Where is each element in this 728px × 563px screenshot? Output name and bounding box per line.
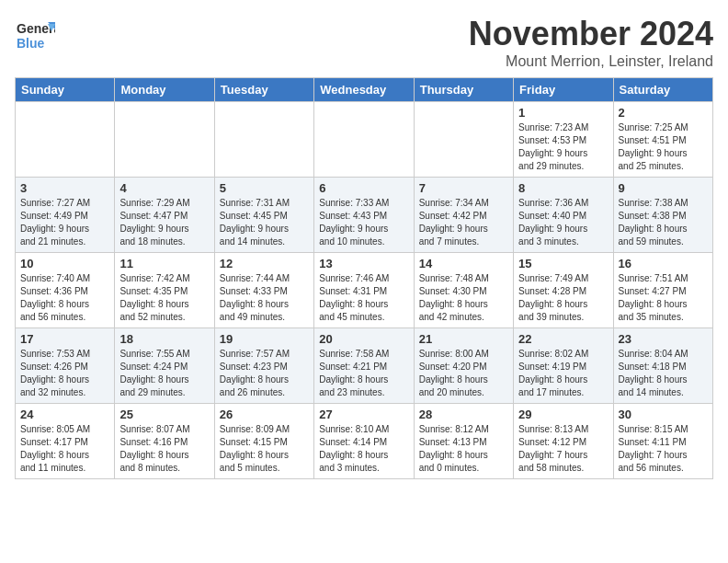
calendar-cell: 13Sunrise: 7:46 AM Sunset: 4:31 PM Dayli… bbox=[314, 253, 414, 328]
day-number: 11 bbox=[119, 257, 209, 270]
weekday-header-wednesday: Wednesday bbox=[314, 78, 414, 102]
day-info: Sunrise: 7:31 AM Sunset: 4:45 PM Dayligh… bbox=[220, 197, 309, 248]
day-number: 30 bbox=[619, 408, 708, 421]
day-info: Sunrise: 7:25 AM Sunset: 4:51 PM Dayligh… bbox=[619, 121, 708, 173]
calendar-cell bbox=[214, 102, 313, 178]
day-info: Sunrise: 7:29 AM Sunset: 4:47 PM Dayligh… bbox=[119, 197, 209, 248]
day-number: 10 bbox=[20, 257, 109, 270]
calendar-cell: 15Sunrise: 7:49 AM Sunset: 4:28 PM Dayli… bbox=[514, 253, 613, 328]
day-info: Sunrise: 8:05 AM Sunset: 4:17 PM Dayligh… bbox=[20, 423, 109, 475]
day-number: 1 bbox=[518, 106, 608, 120]
day-info: Sunrise: 8:15 AM Sunset: 4:11 PM Dayligh… bbox=[619, 423, 708, 475]
day-info: Sunrise: 8:00 AM Sunset: 4:20 PM Dayligh… bbox=[419, 348, 508, 399]
calendar-table: SundayMondayTuesdayWednesdayThursdayFrid… bbox=[15, 77, 713, 479]
calendar-cell: 4Sunrise: 7:29 AM Sunset: 4:47 PM Daylig… bbox=[115, 178, 214, 253]
day-number: 24 bbox=[20, 408, 109, 421]
weekday-header-friday: Friday bbox=[514, 78, 613, 102]
day-info: Sunrise: 7:33 AM Sunset: 4:43 PM Dayligh… bbox=[319, 197, 408, 248]
calendar-cell: 17Sunrise: 7:53 AM Sunset: 4:26 PM Dayli… bbox=[16, 328, 115, 404]
day-info: Sunrise: 7:51 AM Sunset: 4:27 PM Dayligh… bbox=[619, 272, 708, 324]
day-number: 5 bbox=[220, 181, 309, 195]
day-number: 25 bbox=[119, 408, 209, 421]
day-number: 20 bbox=[319, 332, 408, 346]
calendar-cell: 23Sunrise: 8:04 AM Sunset: 4:18 PM Dayli… bbox=[613, 328, 712, 404]
day-info: Sunrise: 7:40 AM Sunset: 4:36 PM Dayligh… bbox=[20, 272, 109, 324]
calendar-cell: 22Sunrise: 8:02 AM Sunset: 4:19 PM Dayli… bbox=[514, 328, 613, 404]
day-info: Sunrise: 7:55 AM Sunset: 4:24 PM Dayligh… bbox=[119, 348, 209, 399]
day-info: Sunrise: 7:27 AM Sunset: 4:49 PM Dayligh… bbox=[20, 197, 109, 248]
calendar-cell: 5Sunrise: 7:31 AM Sunset: 4:45 PM Daylig… bbox=[214, 178, 313, 253]
day-info: Sunrise: 8:07 AM Sunset: 4:16 PM Dayligh… bbox=[119, 423, 209, 475]
calendar-cell: 30Sunrise: 8:15 AM Sunset: 4:11 PM Dayli… bbox=[613, 404, 712, 479]
calendar-cell: 21Sunrise: 8:00 AM Sunset: 4:20 PM Dayli… bbox=[414, 328, 513, 404]
day-number: 22 bbox=[518, 332, 608, 346]
calendar-cell: 14Sunrise: 7:48 AM Sunset: 4:30 PM Dayli… bbox=[414, 253, 513, 328]
calendar-cell: 7Sunrise: 7:34 AM Sunset: 4:42 PM Daylig… bbox=[414, 178, 513, 253]
day-number: 2 bbox=[619, 106, 708, 120]
day-info: Sunrise: 7:23 AM Sunset: 4:53 PM Dayligh… bbox=[518, 121, 608, 173]
day-info: Sunrise: 7:38 AM Sunset: 4:38 PM Dayligh… bbox=[619, 197, 708, 248]
day-info: Sunrise: 8:10 AM Sunset: 4:14 PM Dayligh… bbox=[319, 423, 408, 475]
day-number: 26 bbox=[220, 408, 309, 421]
calendar-cell: 9Sunrise: 7:38 AM Sunset: 4:38 PM Daylig… bbox=[613, 178, 712, 253]
day-number: 4 bbox=[119, 181, 209, 195]
calendar-cell bbox=[314, 102, 414, 178]
day-number: 28 bbox=[419, 408, 508, 421]
calendar-cell: 12Sunrise: 7:44 AM Sunset: 4:33 PM Dayli… bbox=[214, 253, 313, 328]
day-info: Sunrise: 7:44 AM Sunset: 4:33 PM Dayligh… bbox=[220, 272, 309, 324]
calendar-cell: 28Sunrise: 8:12 AM Sunset: 4:13 PM Dayli… bbox=[414, 404, 513, 479]
day-info: Sunrise: 7:46 AM Sunset: 4:31 PM Dayligh… bbox=[319, 272, 408, 324]
day-number: 14 bbox=[419, 257, 508, 270]
calendar-cell: 16Sunrise: 7:51 AM Sunset: 4:27 PM Dayli… bbox=[613, 253, 712, 328]
day-info: Sunrise: 8:09 AM Sunset: 4:15 PM Dayligh… bbox=[220, 423, 309, 475]
day-info: Sunrise: 8:12 AM Sunset: 4:13 PM Dayligh… bbox=[419, 423, 508, 475]
day-info: Sunrise: 8:04 AM Sunset: 4:18 PM Dayligh… bbox=[619, 348, 708, 399]
calendar-cell bbox=[16, 102, 115, 178]
day-info: Sunrise: 7:53 AM Sunset: 4:26 PM Dayligh… bbox=[20, 348, 109, 399]
day-number: 27 bbox=[319, 408, 408, 421]
calendar-cell: 3Sunrise: 7:27 AM Sunset: 4:49 PM Daylig… bbox=[16, 178, 115, 253]
calendar-cell: 26Sunrise: 8:09 AM Sunset: 4:15 PM Dayli… bbox=[214, 404, 313, 479]
calendar-cell: 6Sunrise: 7:33 AM Sunset: 4:43 PM Daylig… bbox=[314, 178, 414, 253]
day-number: 18 bbox=[119, 332, 209, 346]
calendar-cell bbox=[414, 102, 513, 178]
day-info: Sunrise: 7:42 AM Sunset: 4:35 PM Dayligh… bbox=[119, 272, 209, 324]
calendar-cell: 1Sunrise: 7:23 AM Sunset: 4:53 PM Daylig… bbox=[514, 102, 613, 178]
calendar-week-5: 24Sunrise: 8:05 AM Sunset: 4:17 PM Dayli… bbox=[16, 404, 713, 479]
day-number: 29 bbox=[518, 408, 608, 421]
logo: General Blue bbox=[15, 15, 55, 55]
calendar-cell: 11Sunrise: 7:42 AM Sunset: 4:35 PM Dayli… bbox=[115, 253, 214, 328]
day-number: 16 bbox=[619, 257, 708, 270]
weekday-header-sunday: Sunday bbox=[16, 78, 115, 102]
calendar-cell: 27Sunrise: 8:10 AM Sunset: 4:14 PM Dayli… bbox=[314, 404, 414, 479]
day-number: 6 bbox=[319, 181, 408, 195]
calendar-cell bbox=[115, 102, 214, 178]
header-row: SundayMondayTuesdayWednesdayThursdayFrid… bbox=[16, 78, 713, 102]
day-number: 17 bbox=[20, 332, 109, 346]
calendar-week-4: 17Sunrise: 7:53 AM Sunset: 4:26 PM Dayli… bbox=[16, 328, 713, 404]
calendar-cell: 20Sunrise: 7:58 AM Sunset: 4:21 PM Dayli… bbox=[314, 328, 414, 404]
calendar-cell: 19Sunrise: 7:57 AM Sunset: 4:23 PM Dayli… bbox=[214, 328, 313, 404]
calendar-cell: 25Sunrise: 8:07 AM Sunset: 4:16 PM Dayli… bbox=[115, 404, 214, 479]
day-number: 13 bbox=[319, 257, 408, 270]
month-title: November 2024 bbox=[469, 15, 713, 53]
calendar-week-2: 3Sunrise: 7:27 AM Sunset: 4:49 PM Daylig… bbox=[16, 178, 713, 253]
page-header: General Blue November 2024 Mount Merrion… bbox=[15, 15, 713, 70]
calendar-cell: 10Sunrise: 7:40 AM Sunset: 4:36 PM Dayli… bbox=[16, 253, 115, 328]
day-number: 23 bbox=[619, 332, 708, 346]
day-info: Sunrise: 8:13 AM Sunset: 4:12 PM Dayligh… bbox=[518, 423, 608, 475]
location: Mount Merrion, Leinster, Ireland bbox=[469, 53, 713, 70]
day-info: Sunrise: 7:49 AM Sunset: 4:28 PM Dayligh… bbox=[518, 272, 608, 324]
day-number: 8 bbox=[518, 181, 608, 195]
day-info: Sunrise: 7:57 AM Sunset: 4:23 PM Dayligh… bbox=[220, 348, 309, 399]
day-number: 9 bbox=[619, 181, 708, 195]
svg-text:Blue: Blue bbox=[17, 36, 45, 51]
day-number: 15 bbox=[518, 257, 608, 270]
calendar-cell: 8Sunrise: 7:36 AM Sunset: 4:40 PM Daylig… bbox=[514, 178, 613, 253]
day-info: Sunrise: 7:34 AM Sunset: 4:42 PM Dayligh… bbox=[419, 197, 508, 248]
calendar-cell: 2Sunrise: 7:25 AM Sunset: 4:51 PM Daylig… bbox=[613, 102, 712, 178]
day-info: Sunrise: 8:02 AM Sunset: 4:19 PM Dayligh… bbox=[518, 348, 608, 399]
calendar-week-1: 1Sunrise: 7:23 AM Sunset: 4:53 PM Daylig… bbox=[16, 102, 713, 178]
calendar-cell: 24Sunrise: 8:05 AM Sunset: 4:17 PM Dayli… bbox=[16, 404, 115, 479]
weekday-header-tuesday: Tuesday bbox=[214, 78, 313, 102]
